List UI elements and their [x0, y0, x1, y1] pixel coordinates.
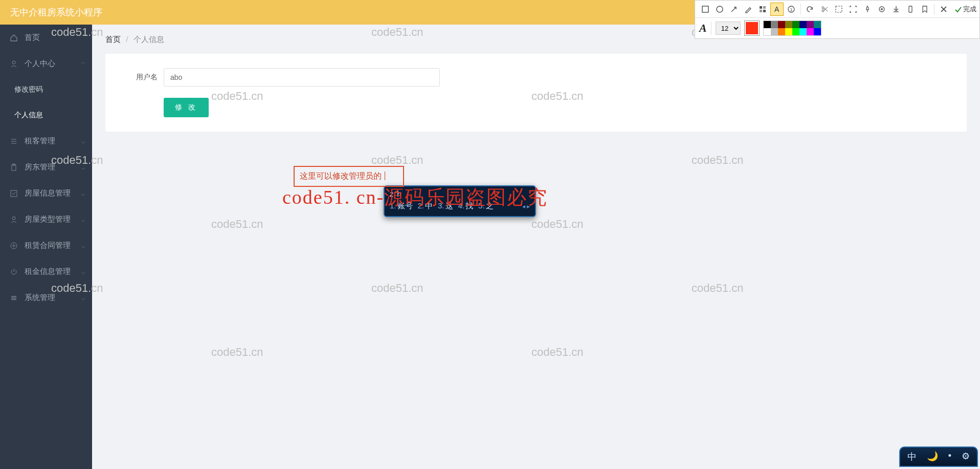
ime-lang-toggle[interactable]: 中	[907, 451, 917, 463]
color-palette	[763, 20, 821, 36]
username-label: 用户名	[123, 73, 158, 82]
square-check-icon	[9, 189, 18, 198]
ime-settings-icon[interactable]: ⚙	[962, 451, 970, 463]
svg-point-7	[12, 217, 15, 220]
watermark-warning-text: code51. cn-源码乐园盗图必究	[282, 184, 548, 210]
submit-button[interactable]: 修 改	[164, 98, 209, 117]
color-swatch[interactable]	[792, 21, 799, 28]
annotation-text-input[interactable]: 这里可以修改管理员的	[294, 166, 404, 187]
ime-status-bar[interactable]: 中 🌙 • ⚙	[899, 446, 978, 467]
sidebar-item-label: 个人中心	[25, 59, 55, 69]
color-swatch[interactable]	[778, 21, 785, 28]
scan-icon[interactable]	[847, 3, 860, 16]
annotation-text-options: A 12	[695, 18, 979, 38]
menu-icon	[9, 293, 18, 303]
chevron-down-icon: ⌵	[81, 60, 85, 68]
color-swatch[interactable]	[814, 21, 821, 28]
rect-tool-icon[interactable]	[699, 3, 712, 16]
svg-text:A: A	[774, 5, 779, 13]
color-swatch[interactable]	[807, 21, 814, 28]
done-button[interactable]: 完成	[954, 5, 976, 14]
sidebar-item-label: 房东管理	[25, 162, 55, 172]
sidebar-item[interactable]: 首页	[0, 25, 92, 51]
form-row-username: 用户名	[123, 68, 949, 87]
target-icon[interactable]	[875, 3, 888, 16]
bookmark-icon[interactable]	[918, 3, 931, 16]
username-input[interactable]	[164, 68, 440, 87]
chevron-down-icon: ⌵	[81, 190, 85, 197]
svg-rect-4	[12, 165, 16, 170]
ocr-icon[interactable]	[832, 3, 845, 16]
ime-punct-icon[interactable]: •	[948, 451, 951, 463]
color-swatch[interactable]	[814, 28, 821, 35]
sidebar-subitem[interactable]: 修改密码	[0, 77, 92, 102]
counter-tool-icon[interactable]: 1	[785, 3, 798, 16]
text-tool-icon[interactable]: A	[770, 3, 784, 16]
sidebar-item-label: 房屋类型管理	[25, 215, 71, 224]
breadcrumb-sep: /	[126, 35, 128, 44]
color-swatch[interactable]	[771, 21, 778, 28]
color-swatch[interactable]	[778, 28, 785, 35]
ellipse-tool-icon[interactable]	[713, 3, 726, 16]
svg-rect-21	[763, 10, 766, 12]
color-swatch[interactable]	[771, 28, 778, 35]
svg-point-25	[822, 7, 824, 9]
sidebar-item-label: 首页	[25, 33, 40, 42]
main-content: 首页 / 个人信息 用户名 修 改	[92, 25, 980, 469]
sidebar: 首页个人中心⌵修改密码个人信息租客管理⌵房东管理⌵房屋信息管理⌵房屋类型管理⌵租…	[0, 25, 92, 469]
chevron-down-icon: ⌵	[81, 216, 85, 223]
color-swatch[interactable]	[799, 21, 807, 28]
clipboard-icon	[9, 163, 18, 172]
power-icon	[9, 267, 18, 276]
svg-point-26	[822, 10, 824, 12]
chevron-down-icon: ⌵	[81, 294, 85, 302]
color-swatch[interactable]	[785, 28, 792, 35]
color-swatch[interactable]	[764, 28, 771, 35]
sidebar-item[interactable]: 房屋类型管理⌵	[0, 206, 92, 232]
form-actions: 修 改	[123, 98, 949, 117]
sidebar-item[interactable]: 租金信息管理⌵	[0, 259, 92, 285]
color-swatch[interactable]	[799, 28, 807, 35]
sidebar-item[interactable]: 租赁合同管理⌵	[0, 232, 92, 259]
plus-circle-icon	[9, 241, 18, 250]
color-swatch[interactable]	[807, 28, 814, 35]
font-style-icon[interactable]: A	[699, 22, 711, 35]
app-title: 无中介租房系统小程序	[10, 6, 102, 18]
close-icon[interactable]	[937, 3, 950, 16]
arrow-tool-icon[interactable]	[727, 3, 741, 16]
color-swatch[interactable]	[792, 28, 799, 35]
sidebar-item[interactable]: 系统管理⌵	[0, 285, 92, 311]
svg-rect-20	[760, 10, 762, 12]
undo-icon[interactable]	[804, 3, 817, 16]
svg-rect-29	[836, 6, 842, 12]
breadcrumb-home[interactable]: 首页	[105, 35, 121, 44]
sidebar-item-label: 租客管理	[25, 136, 55, 146]
phone-icon[interactable]	[904, 3, 917, 16]
svg-text:1: 1	[790, 7, 793, 12]
chevron-down-icon: ⌵	[81, 242, 85, 249]
mosaic-tool-icon[interactable]	[756, 3, 769, 16]
font-size-select[interactable]: 12	[716, 22, 741, 35]
list-icon	[9, 137, 18, 146]
svg-rect-18	[760, 6, 762, 9]
sidebar-item[interactable]: 房屋信息管理⌵	[0, 180, 92, 206]
svg-rect-15	[702, 6, 708, 12]
annotation-toolbar: A 1 完成 A 12	[695, 0, 980, 39]
color-swatch[interactable]	[764, 21, 771, 28]
sidebar-item-label: 租金信息管理	[25, 267, 71, 276]
download-icon[interactable]	[889, 3, 903, 16]
ime-moon-icon[interactable]: 🌙	[927, 451, 938, 463]
sidebar-item-label: 房屋信息管理	[25, 188, 71, 198]
pencil-tool-icon[interactable]	[742, 3, 755, 16]
sidebar-item[interactable]: 房东管理⌵	[0, 154, 92, 180]
selected-color-swatch[interactable]	[745, 21, 759, 35]
chevron-down-icon: ⌵	[81, 164, 85, 171]
svg-line-17	[731, 7, 736, 12]
color-swatch[interactable]	[785, 21, 792, 28]
pin-icon[interactable]	[861, 3, 874, 16]
scissors-icon[interactable]	[818, 3, 831, 16]
sidebar-subitem[interactable]: 个人信息	[0, 102, 92, 128]
sidebar-item[interactable]: 租客管理⌵	[0, 128, 92, 154]
home-icon	[9, 33, 18, 42]
sidebar-item[interactable]: 个人中心⌵	[0, 51, 92, 77]
